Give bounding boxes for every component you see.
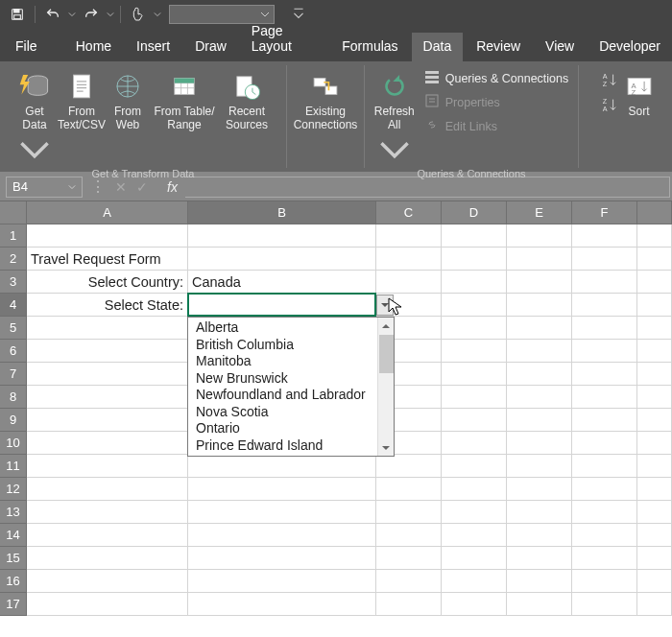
cell[interactable] [637,455,672,478]
cell[interactable] [442,432,507,455]
touch-mode-icon[interactable] [127,3,150,26]
cell[interactable] [637,224,672,248]
cell[interactable] [637,593,672,616]
tab-review[interactable]: Review [465,33,532,61]
cell[interactable] [442,363,507,386]
tab-home[interactable]: Home [64,33,123,61]
cell[interactable] [27,340,188,363]
cell[interactable]: Select Country: [27,271,188,294]
cell[interactable] [572,455,637,478]
cell[interactable] [188,478,376,501]
data-validation-list[interactable]: AlbertaBritish ColumbiaManitobaNew Bruns… [187,317,395,457]
cell[interactable] [376,501,442,524]
edit-links-button[interactable]: Edit Links [420,115,573,137]
cell[interactable] [376,547,442,570]
cell[interactable] [572,409,637,432]
from-web-button[interactable]: From Web [108,65,147,134]
dropdown-item[interactable]: Prince Edward Island [188,437,377,455]
cell[interactable] [507,317,572,340]
row-header-15[interactable]: 15 [0,547,27,570]
cell[interactable] [376,478,442,501]
refresh-all-button[interactable]: Refresh All [371,65,419,166]
cell[interactable] [507,478,572,501]
dropdown-scrollbar[interactable] [377,318,394,456]
cell[interactable] [637,432,672,455]
cell[interactable] [376,524,442,547]
select-all-corner[interactable] [0,201,27,224]
cell[interactable] [27,478,188,501]
cell[interactable] [637,478,672,501]
cell[interactable] [442,294,507,317]
scroll-thumb[interactable] [379,335,394,373]
cell[interactable] [572,501,637,524]
col-header-B[interactable]: B [188,201,376,224]
cell[interactable] [442,593,507,616]
cell[interactable] [442,478,507,501]
undo-icon[interactable] [41,3,64,26]
from-table-range-button[interactable]: From Table/ Range [149,65,220,134]
tab-data[interactable]: Data [412,33,464,61]
cell[interactable] [188,501,376,524]
cell[interactable] [507,593,572,616]
worksheet-grid[interactable]: A B C D E F 12Travel Request Form3Select… [0,201,672,616]
cell[interactable] [507,248,572,271]
dropdown-item[interactable]: Alberta [188,319,377,337]
cell[interactable] [376,248,442,271]
cell[interactable] [442,524,507,547]
get-data-button[interactable]: Get Data [14,65,55,166]
cell[interactable] [507,501,572,524]
col-header-blank[interactable] [637,201,672,224]
row-header-1[interactable]: 1 [0,224,27,248]
row-header-13[interactable]: 13 [0,501,27,524]
cell[interactable] [507,271,572,294]
cell[interactable] [637,501,672,524]
cell[interactable] [376,570,442,593]
dropdown-item[interactable]: Newfoundland and Labrador [188,387,377,404]
cell[interactable] [637,317,672,340]
col-header-E[interactable]: E [507,201,572,224]
cell[interactable] [27,501,188,524]
tab-view[interactable]: View [534,33,586,61]
tab-file[interactable]: File [4,33,49,61]
cell[interactable] [507,224,572,248]
cell[interactable] [27,317,188,340]
cell[interactable] [188,294,376,317]
from-text-csv-button[interactable]: From Text/CSV [57,65,107,134]
row-header-12[interactable]: 12 [0,478,27,501]
dropdown-item[interactable]: British Columbia [188,337,377,354]
cell[interactable] [27,593,188,616]
col-header-F[interactable]: F [572,201,637,224]
row-header-8[interactable]: 8 [0,386,27,409]
cell[interactable] [637,547,672,570]
cell[interactable] [442,501,507,524]
cell[interactable] [507,524,572,547]
scroll-up-icon[interactable] [378,318,394,334]
cell[interactable] [507,340,572,363]
cell[interactable] [442,455,507,478]
cell[interactable] [572,224,637,248]
row-header-4[interactable]: 4 [0,294,27,317]
cell[interactable]: Canada [188,271,376,294]
cell[interactable] [572,386,637,409]
cell[interactable] [637,271,672,294]
cell[interactable] [507,409,572,432]
cell[interactable] [507,294,572,317]
recent-sources-button[interactable]: Recent Sources [222,65,272,134]
undo-dropdown-icon[interactable] [68,11,76,18]
tab-draw[interactable]: Draw [183,33,238,61]
cell[interactable] [188,455,376,478]
cell[interactable] [188,248,376,271]
cell[interactable] [442,570,507,593]
cell[interactable] [188,570,376,593]
cell[interactable] [376,593,442,616]
row-header-9[interactable]: 9 [0,409,27,432]
sort-asc-icon[interactable]: AZ [599,69,620,90]
cell[interactable]: Select State: [27,294,188,317]
cell[interactable]: Travel Request Form [27,248,188,271]
tab-page-layout[interactable]: Page Layout [240,17,328,61]
cell[interactable] [637,409,672,432]
row-header-3[interactable]: 3 [0,271,27,294]
save-icon[interactable] [6,3,29,26]
cell[interactable] [572,593,637,616]
dropdown-item[interactable]: Nova Scotia [188,404,377,421]
